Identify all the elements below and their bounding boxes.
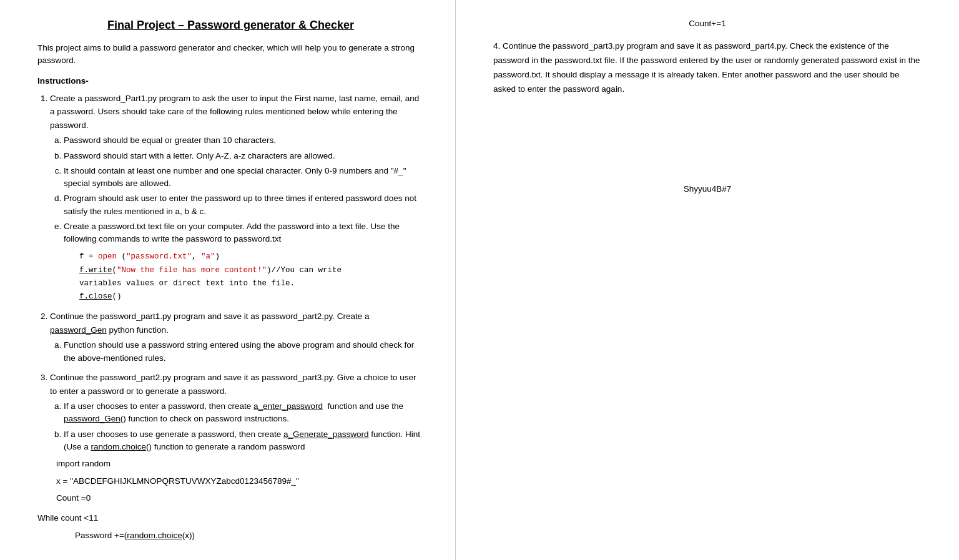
list-item: If a user chooses to use generate a pass… <box>64 428 424 454</box>
count-zero: Count =0 <box>56 491 424 505</box>
list-item: Function should use a password string en… <box>64 339 424 365</box>
list-item: Create a password.txt text file on your … <box>64 220 424 304</box>
sub-list-2: Function should use a password string en… <box>64 339 424 365</box>
list-item: Continue the password_part2.py program a… <box>50 371 424 505</box>
password-example-text: Shyyuu4B#7 <box>684 184 732 194</box>
while-count: While count <11 <box>37 511 424 525</box>
x-line: x = "ABCDEFGHIJKLMNOPQRSTUVWXYZabcd01234… <box>56 474 424 488</box>
list-item-text: Create a password_Part1.py program to as… <box>50 94 419 130</box>
instructions-label: Instructions- <box>37 76 424 86</box>
count-zero-text: Count =0 <box>56 493 91 503</box>
list-item: Create a password_Part1.py program to as… <box>50 92 424 304</box>
code-line: f.write("Now the file has more content!"… <box>70 264 424 277</box>
left-panel: Final Project – Password generator & Che… <box>0 0 456 560</box>
code-line: f = open ("password.txt", "a") <box>70 250 424 263</box>
sub-list: Password should be equal or greater than… <box>64 134 424 303</box>
import-random-text: import random <box>56 459 111 468</box>
count-plus-text: Count+=1 <box>689 19 725 28</box>
sub-list-3: If a user chooses to enter a password, t… <box>64 400 424 453</box>
page-title: Final Project – Password generator & Che… <box>37 19 424 32</box>
password-plus: Password +=(random.choice(x)) <box>75 529 424 543</box>
list-item: Continue the password_part1.py program a… <box>50 310 424 365</box>
import-random: import random <box>56 457 424 471</box>
main-list: Create a password_Part1.py program to as… <box>50 92 424 505</box>
list-item: Password should be equal or greater than… <box>64 134 424 147</box>
code-line: f.close() <box>70 290 424 303</box>
while-count-text: While count <11 <box>37 513 98 523</box>
list-item: If a user chooses to enter a password, t… <box>64 400 424 426</box>
list-item: Program should ask user to enter the pas… <box>64 192 424 218</box>
list-item: It should contain at least one number an… <box>64 165 424 190</box>
count-plus: Count+=1 <box>493 19 922 28</box>
right-paragraph: 4. Continue the password_part3.py progra… <box>493 39 922 97</box>
code-line: variables values or direct text into the… <box>70 277 424 290</box>
intro-text: This project aims to build a password ge… <box>37 42 424 67</box>
list-item: Password should start with a letter. Onl… <box>64 150 424 162</box>
code-block: f = open ("password.txt", "a") f.write("… <box>70 250 424 303</box>
right-panel: Count+=1 4. Continue the password_part3.… <box>456 0 959 560</box>
x-line-text: x = "ABCDEFGHIJKLMNOPQRSTUVWXYZabcd01234… <box>56 476 299 486</box>
password-example: Shyyuu4B#7 <box>493 184 922 194</box>
